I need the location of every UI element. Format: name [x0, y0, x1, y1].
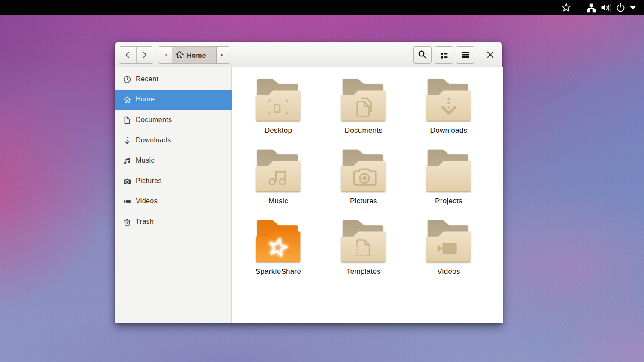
- svg-text:Home: Home: [187, 52, 206, 59]
